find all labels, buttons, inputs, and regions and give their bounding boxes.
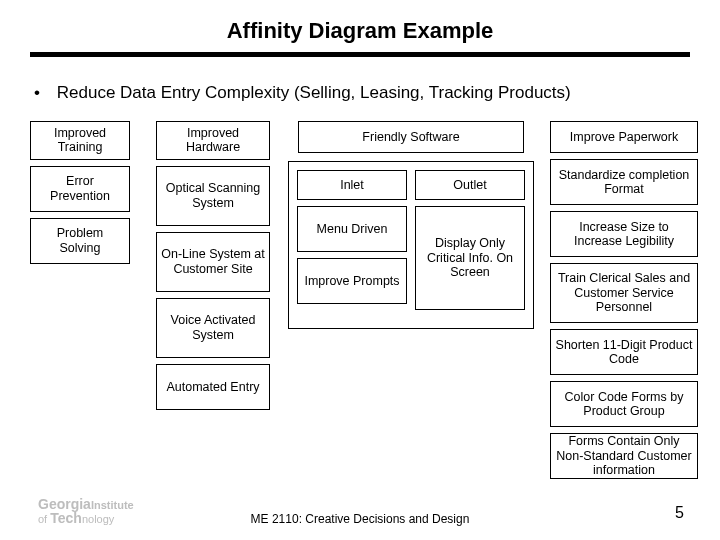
- col-outlet: Outlet Display Only Critical Info. On Sc…: [415, 170, 525, 320]
- item-optical-scanning: Optical Scanning System: [156, 166, 270, 226]
- item-shorten-code: Shorten 11-Digit Product Code: [550, 329, 698, 375]
- diagram-stage: Improved Training Error Prevention Probl…: [30, 121, 690, 471]
- col-paperwork: Improve Paperwork Standardize completion…: [550, 121, 698, 479]
- footer-page-number: 5: [675, 504, 684, 522]
- head-software: Friendly Software: [298, 121, 524, 153]
- item-increase-size: Increase Size to Increase Legibility: [550, 211, 698, 257]
- footer-logo: GeorgiaInstitute of Technology: [38, 497, 134, 526]
- item-online-system: On-Line System at Customer Site: [156, 232, 270, 292]
- item-automated-entry: Automated Entry: [156, 364, 270, 410]
- head-inlet: Inlet: [297, 170, 407, 200]
- logo-nology: nology: [82, 513, 114, 525]
- logo-georgia: Georgia: [38, 496, 91, 512]
- head-hardware: Improved Hardware: [156, 121, 270, 160]
- logo-of: of: [38, 513, 47, 525]
- head-outlet: Outlet: [415, 170, 525, 200]
- item-voice-activated: Voice Activated System: [156, 298, 270, 358]
- item-display-critical: Display Only Critical Info. On Screen: [415, 206, 525, 310]
- item-train-clerical: Train Clerical Sales and Customer Servic…: [550, 263, 698, 323]
- bullet-icon: •: [34, 83, 52, 103]
- subtitle-text: Reduce Data Entry Complexity (Selling, L…: [57, 83, 571, 102]
- item-problem-solving: Problem Solving: [30, 218, 130, 264]
- item-menu-driven: Menu Driven: [297, 206, 407, 252]
- col-hardware: Improved Hardware Optical Scanning Syste…: [156, 121, 270, 410]
- item-error-prevention: Error Prevention: [30, 166, 130, 212]
- col-training: Improved Training Error Prevention Probl…: [30, 121, 130, 264]
- footer: GeorgiaInstitute of Technology ME 2110: …: [0, 512, 720, 526]
- item-improve-prompts: Improve Prompts: [297, 258, 407, 304]
- title-rule: [30, 52, 690, 57]
- slide-title: Affinity Diagram Example: [0, 0, 720, 52]
- head-paperwork: Improve Paperwork: [550, 121, 698, 153]
- item-standardize-format: Standardize completion Format: [550, 159, 698, 205]
- head-training: Improved Training: [30, 121, 130, 160]
- item-forms-nonstandard: Forms Contain Only Non-Standard Customer…: [550, 433, 698, 479]
- subtitle: • Reduce Data Entry Complexity (Selling,…: [34, 83, 720, 103]
- col-software-head-wrap: Friendly Software: [298, 121, 524, 153]
- software-group: Inlet Menu Driven Improve Prompts Outlet…: [288, 161, 534, 329]
- col-inlet: Inlet Menu Driven Improve Prompts: [297, 170, 407, 320]
- logo-tech: Tech: [50, 510, 82, 526]
- item-color-code: Color Code Forms by Product Group: [550, 381, 698, 427]
- logo-institute: Institute: [91, 499, 134, 511]
